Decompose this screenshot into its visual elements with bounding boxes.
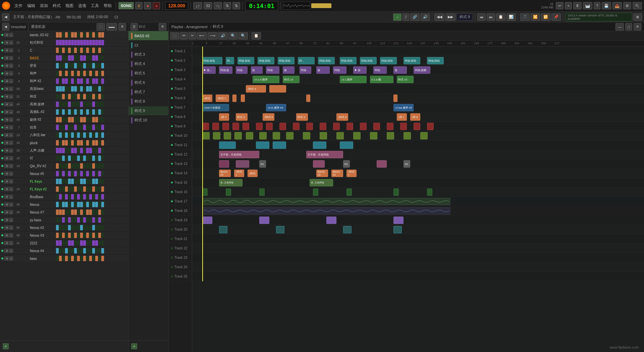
step[interactable] [95,78,98,84]
step[interactable] [101,32,104,38]
pause-btn[interactable]: ⏸ [135,2,143,9]
step[interactable] [89,125,92,130]
step[interactable] [71,171,74,176]
pattern-item-3[interactable]: 样式 3 [128,50,168,59]
step[interactable] [74,125,77,130]
step[interactable] [71,78,74,84]
step[interactable] [89,78,92,84]
ch-pattern[interactable] [55,47,128,54]
track-led[interactable] [171,106,173,109]
ch-solo[interactable]: ● [9,210,13,214]
step[interactable] [59,125,62,130]
step[interactable] [71,179,74,184]
step[interactable] [98,102,101,107]
track-block[interactable] [259,217,269,224]
track-led[interactable] [171,181,173,184]
ch-mute[interactable]: ◀ [4,202,8,207]
track-block[interactable] [360,123,367,130]
step-btn-4[interactable]: ⇅ [223,2,231,9]
step[interactable] [89,132,92,138]
track-block[interactable] [427,123,434,130]
ch-led[interactable] [1,87,4,90]
step[interactable] [59,240,62,246]
track-block[interactable] [219,226,227,233]
ch-pattern[interactable] [55,247,128,254]
step[interactable] [80,32,83,38]
track-block[interactable]: 阿福.鼓组 [237,57,254,64]
step[interactable] [101,125,104,130]
track-block[interactable] [256,141,269,149]
track-block[interactable]: ♪样式 [248,170,258,177]
ch-solo[interactable]: ● [9,56,13,60]
step[interactable] [74,94,77,99]
step[interactable] [95,71,98,76]
ch-mute[interactable]: ◀ [4,118,8,122]
step[interactable] [86,94,89,99]
step[interactable] [89,179,92,184]
step[interactable] [56,248,59,253]
track-block[interactable] [414,123,420,130]
track-row-7[interactable]: ♪328-T.倍频器 ♪2-le.频率 #5 ♪2-lea.频率 #5 [192,103,644,112]
step[interactable] [77,225,80,230]
track-block[interactable]: ♪2-lea.频率 #5 [393,104,414,111]
step[interactable] [95,109,98,115]
track-block[interactable] [202,207,450,215]
step[interactable] [59,210,62,215]
step[interactable] [101,225,104,230]
track-block[interactable]: ▶ 版... [202,66,216,74]
step[interactable] [71,186,74,192]
step[interactable] [56,148,59,153]
track-led[interactable] [171,266,173,268]
step[interactable] [65,109,68,115]
track-led[interactable] [171,228,173,231]
track-block[interactable]: 2-1.d-颤 [370,76,393,83]
step[interactable] [68,186,71,192]
ch-led[interactable] [1,172,4,175]
ch-led[interactable] [1,72,4,75]
step[interactable] [89,248,92,253]
step[interactable] [74,102,77,107]
ch-mute[interactable]: ◀ [4,41,8,45]
step[interactable] [83,48,86,53]
step[interactable] [89,186,92,192]
step[interactable] [95,140,98,145]
ch-led[interactable] [1,80,4,82]
cr-filter[interactable]: Unsorted [11,25,26,29]
step[interactable] [68,48,71,53]
step[interactable] [68,132,71,138]
ch-solo[interactable]: ● [9,71,13,75]
step[interactable] [83,217,86,223]
track-block[interactable] [387,132,394,139]
pattern-item-5[interactable]: 样式 5 [128,69,168,78]
track-block[interactable]: ♪样式 [202,95,212,102]
track-block[interactable] [219,141,236,149]
step[interactable] [83,210,86,215]
pl-tool-1[interactable]: ⬛ [170,32,179,40]
step[interactable] [86,117,89,122]
ch-solo[interactable]: ● [9,133,13,137]
step[interactable] [77,55,80,61]
step[interactable] [68,240,71,246]
step[interactable] [62,186,65,192]
ch-led[interactable] [1,234,4,237]
step[interactable] [89,225,92,230]
track-block[interactable] [202,188,208,196]
track-led[interactable] [171,87,173,90]
ch-solo[interactable]: ● [9,256,13,260]
arrange-btn-6[interactable]: 🔀 [531,13,540,21]
step[interactable] [98,32,101,38]
ch-mute[interactable]: ◀ [4,48,8,52]
step[interactable] [77,202,80,207]
step[interactable] [71,156,74,161]
track-led[interactable] [171,200,173,202]
step[interactable] [71,248,74,253]
step[interactable] [86,210,89,215]
track-block[interactable]: ♪328-T.倍频器 [202,104,229,111]
track-row-10[interactable] [192,131,644,140]
playlist-close[interactable]: ✕ [634,23,641,31]
step[interactable] [74,217,77,223]
ch-pattern[interactable] [55,116,128,123]
step[interactable] [89,256,92,261]
step[interactable] [89,40,92,45]
step[interactable] [89,194,92,199]
